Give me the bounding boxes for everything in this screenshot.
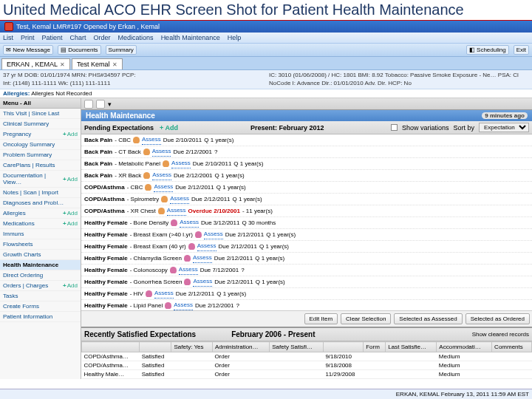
close-icon[interactable] [4, 22, 13, 31]
menu-print[interactable]: Print [21, 34, 35, 41]
toolbar-new-message[interactable]: ✉ New Message [3, 45, 53, 55]
pending-add-button[interactable]: + Add [160, 124, 178, 132]
menu-help[interactable]: Help [228, 34, 242, 41]
assess-link[interactable]: Assess [154, 183, 173, 192]
assess-link[interactable]: Assess [180, 218, 199, 228]
table-header[interactable]: Form [364, 342, 386, 352]
toolbar-summary[interactable]: Summary [106, 45, 137, 55]
expectation-row[interactable]: Healthy Female - Breast Exam (40 yr) Ass… [81, 241, 532, 253]
tab-close-icon[interactable]: ✕ [112, 61, 117, 68]
expectation-row[interactable]: Healthy Female - Colonoscopy Assess Due … [81, 265, 532, 276]
table-row[interactable]: Healthy Male…SatisfiedOrder11/29/2008Med… [82, 370, 532, 379]
sidebar-add-button[interactable]: Add [63, 220, 78, 227]
table-header[interactable]: Comments [492, 342, 532, 352]
expectation-row[interactable]: Back Pain - Metabolic Panel Assess Due 2… [81, 158, 532, 170]
sidebar-item[interactable]: Problem Summary [0, 150, 81, 160]
table-header[interactable]: Safety Satisfi… [270, 342, 324, 352]
table-header[interactable] [140, 342, 171, 352]
toolbar-documents[interactable]: ▤ Documents [58, 45, 101, 55]
assess-link[interactable]: Assess [179, 265, 198, 275]
toolbar-exit[interactable]: Exit [514, 45, 529, 55]
table-header[interactable] [82, 342, 140, 352]
sidebar-item[interactable]: Create Forms [0, 301, 81, 312]
main-panel-toolbar: ▾ [81, 98, 532, 110]
table-header[interactable] [323, 342, 363, 352]
patient-tab[interactable]: Test Kemal✕ [72, 58, 123, 69]
sidebar-add-button[interactable]: Add [63, 131, 78, 137]
dropdown-icon[interactable]: ▾ [108, 100, 112, 108]
expectation-row[interactable]: Back Pain - CBC Assess Due 2/10/2011 Q 1… [81, 134, 532, 146]
back-icon[interactable] [96, 100, 105, 109]
menu-health-maintenance[interactable]: Health Maintenance [161, 34, 220, 41]
table-header[interactable]: Administration… [212, 342, 269, 352]
assess-link[interactable]: Assess [170, 194, 189, 204]
show-variations-checkbox[interactable] [391, 124, 398, 131]
pending-present: Present: February 2012 [250, 124, 324, 132]
menu-list[interactable]: List [3, 34, 13, 41]
expectation-row[interactable]: COPD/Asthma - CBC Assess Due 2/12/2011 Q… [81, 182, 532, 194]
expectation-row[interactable]: Back Pain - XR Back Assess Due 2/12/2001… [81, 170, 532, 182]
sidebar-item[interactable]: Flowsheets [0, 239, 81, 250]
assess-link[interactable]: Assess [193, 253, 212, 263]
expectation-row[interactable]: COPD/Asthma - XR Chest Assess Overdue 2/… [81, 205, 532, 217]
expectation-row[interactable]: Healthy Female - Gonorrhea Screen Assess… [81, 276, 532, 288]
menu-patient[interactable]: Patient [42, 34, 63, 41]
sidebar-add-button[interactable]: Add [63, 176, 78, 183]
sidebar-item[interactable]: Diagnoses and Probl… [0, 198, 81, 208]
table-row[interactable]: COPD/Asthma…SatisfiedOrder9/18/2010Mediu… [82, 352, 532, 361]
sidebar-item[interactable]: Tasks [0, 291, 81, 301]
expectation-row[interactable]: Back Pain - CT Back Assess Due 2/12/2001… [81, 146, 532, 158]
assess-link[interactable]: Assess [142, 135, 161, 145]
assess-link[interactable]: Assess [171, 159, 191, 168]
assess-link[interactable]: Assess [152, 171, 171, 180]
sidebar-item[interactable]: Notes | Scan | Import [0, 188, 81, 198]
sidebar-item[interactable]: Documentation | View…Add [0, 171, 81, 188]
assess-link[interactable]: Assess [197, 242, 216, 251]
home-icon[interactable] [84, 100, 93, 109]
sidebar-item[interactable]: MedicationsAdd [0, 219, 81, 229]
sortby-select[interactable]: Expectation [479, 123, 529, 132]
expectation-row[interactable]: Healthy Female - Bone Density Assess Due… [81, 217, 532, 229]
sidebar-item[interactable]: PregnancyAdd [0, 129, 81, 140]
assess-link[interactable]: Assess [204, 230, 223, 239]
patient-tab[interactable]: ERKAN , KEMAL✕ [1, 58, 70, 69]
expectation-row[interactable]: COPD/Asthma - Spirometry Assess Due 2/12… [81, 194, 532, 205]
sidebar-item[interactable]: CarePlans | Results [0, 160, 81, 171]
action-button[interactable]: Edit Item [304, 313, 338, 324]
table-header[interactable]: Accommodati… [437, 342, 492, 352]
sidebar-item[interactable]: Clinical Summary [0, 119, 81, 129]
table-row[interactable]: COPD/Asthma…SatisfiedOrder9/18/2008Mediu… [82, 361, 532, 370]
sidebar-item[interactable]: Orders | ChargesAdd [0, 281, 81, 291]
expectation-row[interactable]: Healthy Female - Breast Exam (>40 I.yr) … [81, 229, 532, 241]
sidebar-item[interactable]: Immuns [0, 229, 81, 239]
sidebar-item[interactable]: Patient Information [0, 312, 81, 322]
sidebar-item[interactable]: Health Maintenance [0, 260, 81, 270]
sidebar-add-button[interactable]: Add [63, 282, 78, 289]
action-button[interactable]: Clear Selection [341, 313, 391, 324]
toolbar-scheduling[interactable]: ◧ Scheduling [466, 45, 509, 55]
assess-link[interactable]: Assess [174, 301, 193, 310]
assess-link[interactable]: Assess [154, 289, 174, 299]
sidebar-item[interactable]: Oncology Summary [0, 140, 81, 150]
action-button[interactable]: Selected as Assessed [394, 313, 462, 324]
expectation-row[interactable]: Healthy Female - Lipid Panel Assess Due … [81, 300, 532, 310]
page-title: United Medical ACO EHR Screen Shot for P… [0, 0, 532, 21]
menu-chart[interactable]: Chart [70, 34, 86, 41]
sidebar-item[interactable]: This Visit | Since Last [0, 109, 81, 119]
menu-medications[interactable]: Medications [118, 34, 154, 41]
assess-link[interactable]: Assess [193, 277, 212, 287]
table-header[interactable]: Last Satisfie… [386, 342, 437, 352]
sidebar-item[interactable]: Direct Ordering [0, 270, 81, 281]
expectation-row[interactable]: Healthy Female - HIV Assess Due 2/12/201… [81, 288, 532, 300]
tab-close-icon[interactable]: ✕ [60, 61, 65, 68]
sidebar-item[interactable]: Growth Charts [0, 250, 81, 260]
sidebar-add-button[interactable]: Add [63, 210, 78, 216]
action-button[interactable]: Selected as Ordered [466, 313, 530, 324]
sidebar-header[interactable]: Menu - All [0, 98, 81, 109]
assess-link[interactable]: Assess [152, 147, 171, 157]
expectation-row[interactable]: Healthy Female - Chlamydia Screen Assess… [81, 253, 532, 265]
menu-order[interactable]: Order [94, 34, 111, 41]
sidebar-item[interactable]: AllergiesAdd [0, 208, 81, 219]
assess-link[interactable]: Assess [167, 206, 186, 216]
table-header[interactable]: Safety: Yes [171, 342, 212, 352]
